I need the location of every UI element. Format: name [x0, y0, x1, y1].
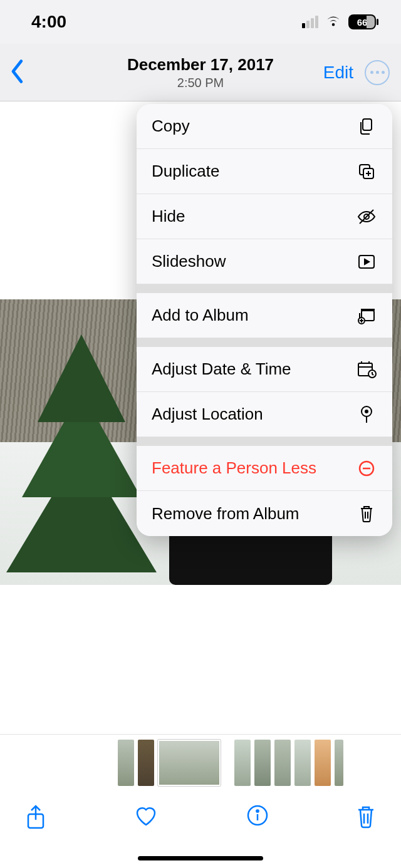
- battery-percent: 66: [357, 17, 368, 28]
- menu-adjust-location-label: Adjust Location: [152, 405, 263, 424]
- svg-point-14: [256, 810, 258, 812]
- thumbnail[interactable]: [254, 740, 271, 786]
- menu-adjust-location[interactable]: Adjust Location: [137, 392, 392, 437]
- duplicate-icon: [356, 161, 377, 182]
- add-to-album-icon: [356, 305, 377, 326]
- nav-bar: December 17, 2017 2:50 PM Edit: [0, 44, 401, 101]
- info-button[interactable]: [246, 804, 269, 829]
- menu-adjust-date-time[interactable]: Adjust Date & Time: [137, 347, 392, 392]
- menu-feature-person-less[interactable]: Feature a Person Less: [137, 446, 392, 491]
- menu-remove-from-album[interactable]: Remove from Album: [137, 491, 392, 536]
- thumbnail[interactable]: [335, 740, 343, 786]
- menu-copy[interactable]: Copy: [137, 104, 392, 149]
- favorite-button[interactable]: [133, 804, 159, 830]
- thumbnail[interactable]: [315, 740, 331, 786]
- menu-feature-person-less-label: Feature a Person Less: [152, 458, 316, 478]
- photo-time: 2:50 PM: [127, 76, 274, 90]
- menu-duplicate-label: Duplicate: [152, 162, 219, 181]
- delete-button[interactable]: [356, 804, 376, 832]
- share-button[interactable]: [25, 804, 46, 833]
- status-time: 4:00: [31, 12, 66, 32]
- thumbnail[interactable]: [234, 740, 251, 786]
- menu-slideshow[interactable]: Slideshow: [137, 239, 392, 284]
- thumbnail[interactable]: [138, 740, 154, 786]
- thumbnail[interactable]: [274, 740, 291, 786]
- trash-icon: [356, 503, 377, 524]
- hide-icon: [356, 206, 377, 227]
- photos-app-screen: 4:00 66 December 17, 2017 2:50 PM Edit: [0, 0, 401, 868]
- svg-point-10: [365, 410, 368, 413]
- calendar-clock-icon: [356, 359, 377, 380]
- cellular-signal-icon: [302, 16, 318, 28]
- nav-title: December 17, 2017 2:50 PM: [127, 55, 274, 90]
- wifi-icon: [325, 12, 342, 32]
- location-pin-icon: [356, 404, 377, 425]
- menu-duplicate[interactable]: Duplicate: [137, 149, 392, 194]
- slideshow-icon: [356, 251, 377, 272]
- thumbnail[interactable]: [118, 740, 134, 786]
- thumbnail-current[interactable]: [158, 740, 221, 786]
- menu-hide[interactable]: Hide: [137, 194, 392, 239]
- menu-copy-label: Copy: [152, 116, 190, 136]
- menu-adjust-date-time-label: Adjust Date & Time: [152, 359, 291, 379]
- minus-circle-icon: [356, 458, 377, 479]
- home-indicator[interactable]: [138, 856, 263, 860]
- photo-date: December 17, 2017: [127, 55, 274, 75]
- svg-rect-0: [363, 119, 372, 130]
- menu-slideshow-label: Slideshow: [152, 252, 226, 271]
- menu-add-to-album[interactable]: Add to Album: [137, 293, 392, 338]
- more-options-button[interactable]: [365, 60, 390, 85]
- back-button[interactable]: [9, 59, 26, 86]
- menu-add-to-album-label: Add to Album: [152, 306, 249, 325]
- status-bar: 4:00 66: [0, 0, 401, 44]
- status-right: 66: [302, 12, 376, 32]
- menu-hide-label: Hide: [152, 207, 185, 226]
- thumbnail-strip[interactable]: [0, 734, 401, 790]
- copy-icon: [356, 116, 377, 137]
- context-menu: Copy Duplicate Hide Slideshow Add to: [137, 104, 392, 536]
- edit-button[interactable]: Edit: [323, 63, 353, 83]
- battery-icon: 66: [348, 14, 376, 29]
- menu-remove-from-album-label: Remove from Album: [152, 504, 299, 524]
- thumbnail[interactable]: [294, 740, 311, 786]
